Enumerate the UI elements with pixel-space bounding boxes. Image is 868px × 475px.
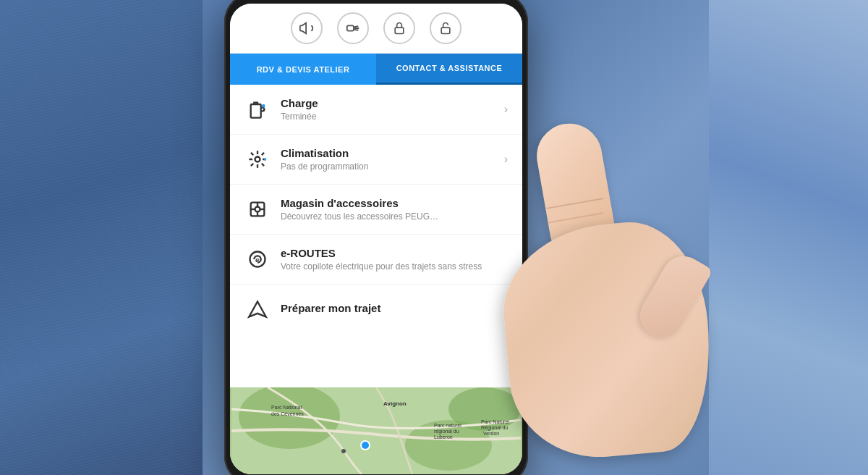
eroutes-subtitle: Votre copilote électrique pour des traje…: [281, 261, 508, 272]
top-icon-bar: [230, 4, 522, 54]
svg-point-33: [341, 449, 346, 453]
climate-text: Climatisation Pas de programmation: [281, 147, 504, 172]
phone-device: RDV & DEVIS ATELIER CONTACT & ASSISTANCE: [224, 0, 528, 475]
svg-rect-0: [347, 25, 354, 30]
svg-text:Parc Naturel: Parc Naturel: [481, 419, 509, 424]
charge-icon: [244, 96, 271, 122]
svg-text:des Cévennes: des Cévennes: [271, 411, 304, 416]
svg-rect-5: [441, 28, 450, 33]
svg-text:Verdon: Verdon: [483, 431, 499, 436]
magasin-title: Magasin d'accessoires: [281, 197, 508, 209]
svg-text:e: e: [255, 256, 259, 264]
svg-text:Régional du: Régional du: [481, 425, 508, 431]
charge-title: Charge: [281, 97, 504, 109]
eroutes-title: e-ROUTES: [281, 247, 508, 259]
horn-icon[interactable]: [291, 12, 323, 44]
svg-text:Parc naturel: Parc naturel: [434, 423, 461, 428]
svg-text:Parc National: Parc National: [271, 405, 302, 410]
svg-text:Avignon: Avignon: [383, 400, 407, 407]
navigation-icon: [244, 296, 271, 322]
tab-contact[interactable]: CONTACT & ASSISTANCE: [376, 54, 522, 85]
trajet-text: Préparer mon trajet: [281, 302, 504, 316]
magasin-text: Magasin d'accessoires Découvrez tous les…: [281, 197, 508, 222]
jeans-background-left: [0, 0, 203, 475]
climate-chevron: ›: [504, 153, 508, 166]
svg-rect-6: [251, 104, 261, 118]
svg-point-11: [255, 207, 260, 212]
headlights-icon[interactable]: [337, 12, 369, 44]
tab-bar: RDV & DEVIS ATELIER CONTACT & ASSISTANCE: [230, 54, 522, 85]
svg-marker-18: [249, 302, 265, 317]
svg-text:Luberon: Luberon: [434, 434, 453, 440]
eroutes-text: e-ROUTES Votre copilote électrique pour …: [281, 247, 508, 272]
trajet-chevron: ›: [504, 303, 508, 316]
menu-item-eroutes[interactable]: e e-ROUTES Votre copilote électrique pou…: [230, 235, 522, 285]
map-svg: Parc National des Cévennes Avignon Parc …: [230, 387, 522, 474]
charge-text: Charge Terminée: [281, 97, 504, 122]
store-icon: [244, 196, 271, 222]
climate-title: Climatisation: [281, 147, 504, 159]
eroutes-icon: e: [244, 246, 271, 272]
svg-line-3: [354, 30, 359, 30]
svg-rect-4: [395, 28, 404, 33]
tab-rdv[interactable]: RDV & DEVIS ATELIER: [230, 54, 376, 85]
climate-subtitle: Pas de programmation: [281, 161, 504, 172]
magasin-subtitle: Découvrez tous les accessoires PEUGEOT: [281, 211, 440, 222]
screen-content: RDV & DEVIS ATELIER CONTACT & ASSISTANCE: [230, 4, 522, 474]
svg-point-32: [361, 441, 370, 450]
menu-item-trajet[interactable]: Préparer mon trajet ›: [230, 285, 522, 334]
svg-point-8: [255, 157, 260, 162]
lock-closed-icon[interactable]: [383, 12, 415, 44]
climate-icon: [244, 146, 271, 172]
trajet-title: Préparer mon trajet: [281, 302, 504, 314]
map-section[interactable]: Parc National des Cévennes Avignon Parc …: [230, 387, 522, 474]
menu-item-climatisation[interactable]: Climatisation Pas de programmation ›: [230, 135, 522, 185]
charge-subtitle: Terminée: [281, 112, 504, 122]
menu-item-charge[interactable]: Charge Terminée ›: [230, 85, 522, 135]
jeans-background-right: [709, 0, 868, 475]
menu-item-magasin[interactable]: Magasin d'accessoires Découvrez tous les…: [230, 185, 522, 235]
lock-open-icon[interactable]: [430, 12, 461, 44]
svg-text:régional du: régional du: [434, 429, 459, 434]
charge-chevron: ›: [504, 103, 508, 116]
menu-list: Charge Terminée ›: [230, 85, 522, 387]
phone-wrapper: RDV & DEVIS ATELIER CONTACT & ASSISTANCE: [195, 0, 557, 475]
phone-screen: RDV & DEVIS ATELIER CONTACT & ASSISTANCE: [230, 4, 522, 474]
svg-point-9: [264, 158, 267, 161]
svg-line-1: [354, 26, 359, 27]
